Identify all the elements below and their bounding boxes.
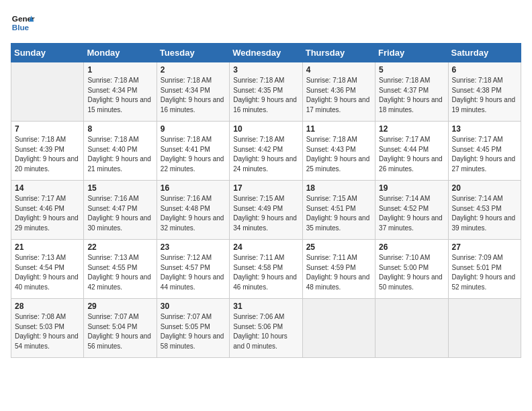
day-info: Sunrise: 7:07 AMSunset: 5:05 PMDaylight:… — [161, 312, 226, 351]
day-number: 12 — [379, 124, 444, 134]
calendar-cell: 5Sunrise: 7:18 AMSunset: 4:37 PMDaylight… — [375, 62, 448, 122]
day-info: Sunrise: 7:08 AMSunset: 5:03 PMDaylight:… — [15, 312, 80, 351]
calendar-cell: 14Sunrise: 7:17 AMSunset: 4:46 PMDayligh… — [11, 181, 84, 240]
day-info: Sunrise: 7:10 AMSunset: 5:00 PMDaylight:… — [379, 253, 444, 292]
calendar-cell: 30Sunrise: 7:07 AMSunset: 5:05 PMDayligh… — [157, 299, 229, 358]
day-number: 13 — [452, 124, 517, 134]
day-info: Sunrise: 7:11 AMSunset: 4:58 PMDaylight:… — [233, 253, 298, 292]
day-number: 16 — [161, 183, 226, 193]
calendar-cell: 28Sunrise: 7:08 AMSunset: 5:03 PMDayligh… — [11, 299, 84, 358]
calendar-cell: 6Sunrise: 7:18 AMSunset: 4:38 PMDaylight… — [448, 62, 521, 122]
day-number: 14 — [15, 183, 80, 193]
calendar-cell: 7Sunrise: 7:18 AMSunset: 4:39 PMDaylight… — [11, 122, 84, 181]
day-number: 27 — [452, 242, 517, 252]
weekday-header: Tuesday — [157, 44, 229, 62]
day-info: Sunrise: 7:18 AMSunset: 4:34 PMDaylight:… — [161, 76, 226, 115]
day-number: 24 — [233, 242, 298, 252]
day-number: 4 — [306, 65, 371, 75]
day-info: Sunrise: 7:18 AMSunset: 4:38 PMDaylight:… — [452, 76, 517, 115]
day-number: 6 — [452, 65, 517, 75]
calendar-cell: 1Sunrise: 7:18 AMSunset: 4:34 PMDaylight… — [84, 62, 157, 122]
calendar-cell: 25Sunrise: 7:11 AMSunset: 4:59 PMDayligh… — [302, 240, 375, 299]
calendar-cell: 15Sunrise: 7:16 AMSunset: 4:47 PMDayligh… — [84, 181, 157, 240]
day-number: 28 — [15, 302, 80, 311]
day-info: Sunrise: 7:12 AMSunset: 4:57 PMDaylight:… — [161, 253, 226, 292]
day-info: Sunrise: 7:15 AMSunset: 4:49 PMDaylight:… — [233, 194, 298, 233]
day-info: Sunrise: 7:13 AMSunset: 4:54 PMDaylight:… — [15, 253, 80, 292]
day-number: 21 — [15, 242, 80, 252]
calendar-table: SundayMondayTuesdayWednesdayThursdayFrid… — [11, 43, 521, 358]
day-number: 2 — [161, 65, 226, 75]
day-info: Sunrise: 7:14 AMSunset: 4:52 PMDaylight:… — [379, 194, 444, 233]
calendar-cell: 21Sunrise: 7:13 AMSunset: 4:54 PMDayligh… — [11, 240, 84, 299]
calendar-cell: 19Sunrise: 7:14 AMSunset: 4:52 PMDayligh… — [375, 181, 448, 240]
day-number: 8 — [87, 124, 152, 134]
calendar-cell: 18Sunrise: 7:15 AMSunset: 4:51 PMDayligh… — [302, 181, 375, 240]
logo: General Blue — [11, 11, 38, 35]
weekday-header: Sunday — [11, 44, 84, 62]
day-number: 31 — [233, 302, 298, 311]
day-info: Sunrise: 7:18 AMSunset: 4:43 PMDaylight:… — [306, 135, 371, 174]
day-number: 23 — [161, 242, 226, 252]
calendar-cell: 10Sunrise: 7:18 AMSunset: 4:42 PMDayligh… — [230, 122, 302, 181]
day-number: 25 — [306, 242, 371, 252]
day-number: 9 — [161, 124, 226, 134]
calendar-cell: 17Sunrise: 7:15 AMSunset: 4:49 PMDayligh… — [230, 181, 302, 240]
calendar-cell: 3Sunrise: 7:18 AMSunset: 4:35 PMDaylight… — [230, 62, 302, 122]
day-number: 22 — [87, 242, 152, 252]
weekday-header: Monday — [84, 44, 157, 62]
day-info: Sunrise: 7:18 AMSunset: 4:36 PMDaylight:… — [306, 76, 371, 115]
calendar-cell: 16Sunrise: 7:16 AMSunset: 4:48 PMDayligh… — [157, 181, 229, 240]
calendar-cell: 2Sunrise: 7:18 AMSunset: 4:34 PMDaylight… — [157, 62, 229, 122]
day-number: 10 — [233, 124, 298, 134]
calendar-cell: 24Sunrise: 7:11 AMSunset: 4:58 PMDayligh… — [230, 240, 302, 299]
day-number: 1 — [87, 65, 152, 75]
day-info: Sunrise: 7:18 AMSunset: 4:34 PMDaylight:… — [87, 76, 152, 115]
calendar-header: SundayMondayTuesdayWednesdayThursdayFrid… — [11, 44, 521, 62]
day-number: 30 — [161, 302, 226, 311]
day-number: 19 — [379, 183, 444, 193]
calendar-cell: 23Sunrise: 7:12 AMSunset: 4:57 PMDayligh… — [157, 240, 229, 299]
calendar-cell — [375, 299, 448, 358]
day-number: 5 — [379, 65, 444, 75]
day-info: Sunrise: 7:18 AMSunset: 4:40 PMDaylight:… — [87, 135, 152, 174]
day-info: Sunrise: 7:18 AMSunset: 4:35 PMDaylight:… — [233, 76, 298, 115]
calendar-cell: 22Sunrise: 7:13 AMSunset: 4:55 PMDayligh… — [84, 240, 157, 299]
day-number: 17 — [233, 183, 298, 193]
day-number: 3 — [233, 65, 298, 75]
calendar-cell: 9Sunrise: 7:18 AMSunset: 4:41 PMDaylight… — [157, 122, 229, 181]
day-info: Sunrise: 7:13 AMSunset: 4:55 PMDaylight:… — [87, 253, 152, 292]
calendar-cell: 12Sunrise: 7:17 AMSunset: 4:44 PMDayligh… — [375, 122, 448, 181]
day-number: 29 — [87, 302, 152, 311]
day-info: Sunrise: 7:09 AMSunset: 5:01 PMDaylight:… — [452, 253, 517, 292]
day-number: 26 — [379, 242, 444, 252]
calendar-cell — [11, 62, 84, 122]
calendar-cell — [302, 299, 375, 358]
calendar-cell: 29Sunrise: 7:07 AMSunset: 5:04 PMDayligh… — [84, 299, 157, 358]
weekday-header: Wednesday — [230, 44, 302, 62]
day-number: 11 — [306, 124, 371, 134]
weekday-header: Saturday — [448, 44, 521, 62]
calendar-cell: 20Sunrise: 7:14 AMSunset: 4:53 PMDayligh… — [448, 181, 521, 240]
day-number: 20 — [452, 183, 517, 193]
calendar-cell: 31Sunrise: 7:06 AMSunset: 5:06 PMDayligh… — [230, 299, 302, 358]
day-info: Sunrise: 7:18 AMSunset: 4:42 PMDaylight:… — [233, 135, 298, 174]
calendar-cell: 27Sunrise: 7:09 AMSunset: 5:01 PMDayligh… — [448, 240, 521, 299]
day-info: Sunrise: 7:17 AMSunset: 4:44 PMDaylight:… — [379, 135, 444, 174]
calendar-cell: 11Sunrise: 7:18 AMSunset: 4:43 PMDayligh… — [302, 122, 375, 181]
weekday-header: Thursday — [302, 44, 375, 62]
page-header: General Blue — [11, 11, 521, 35]
calendar-cell: 8Sunrise: 7:18 AMSunset: 4:40 PMDaylight… — [84, 122, 157, 181]
weekday-header: Friday — [375, 44, 448, 62]
calendar-cell: 26Sunrise: 7:10 AMSunset: 5:00 PMDayligh… — [375, 240, 448, 299]
day-number: 15 — [87, 183, 152, 193]
day-info: Sunrise: 7:18 AMSunset: 4:39 PMDaylight:… — [15, 135, 80, 174]
day-info: Sunrise: 7:17 AMSunset: 4:45 PMDaylight:… — [452, 135, 517, 174]
day-info: Sunrise: 7:07 AMSunset: 5:04 PMDaylight:… — [87, 312, 152, 351]
day-info: Sunrise: 7:18 AMSunset: 4:41 PMDaylight:… — [161, 135, 226, 174]
calendar-cell: 13Sunrise: 7:17 AMSunset: 4:45 PMDayligh… — [448, 122, 521, 181]
logo-icon: General Blue — [11, 11, 35, 35]
calendar-cell — [448, 299, 521, 358]
svg-text:Blue: Blue — [12, 23, 30, 32]
day-info: Sunrise: 7:11 AMSunset: 4:59 PMDaylight:… — [306, 253, 371, 292]
